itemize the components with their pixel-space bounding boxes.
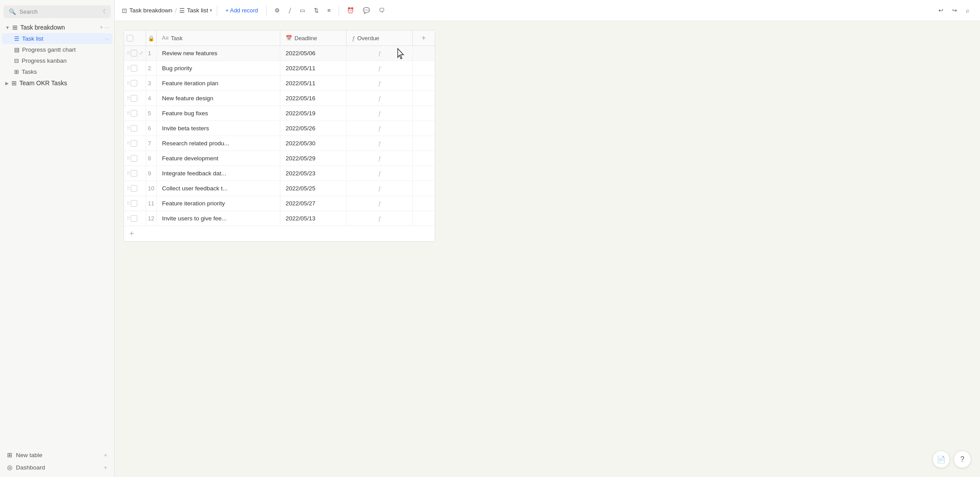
row-task-cell[interactable]: Collect user feedback t...	[157, 181, 280, 196]
row-checkbox-6[interactable]	[131, 125, 137, 132]
drag-handle-icon[interactable]: ⠿	[127, 66, 130, 71]
add-dashboard-button[interactable]: +	[104, 464, 107, 471]
undo-icon: ↩	[939, 7, 943, 14]
group-button[interactable]: ▭	[296, 5, 309, 15]
drag-handle-icon[interactable]: ⠿	[127, 171, 130, 176]
row-overdue-value: ƒ	[378, 200, 381, 207]
column-label-overdue: Overdue	[357, 35, 379, 42]
row-task-cell[interactable]: Feature iteration plan	[157, 76, 280, 91]
sort-icon: ⇅	[314, 7, 319, 14]
row-overdue-cell: ƒ	[347, 61, 413, 76]
row-checkbox-3[interactable]	[131, 80, 137, 87]
table-container: 🔒 A≡ Task 📅 Deadline	[124, 30, 435, 242]
row-checkbox-8[interactable]	[131, 155, 137, 162]
row-check-cell: ⠿	[124, 76, 146, 91]
column-header-task[interactable]: A≡ Task	[157, 30, 280, 46]
column-header-lock: 🔒	[146, 30, 157, 46]
settings-button[interactable]: ⚙	[271, 5, 283, 15]
row-task-cell[interactable]: Feature development	[157, 151, 280, 166]
search-in-table-button[interactable]: ⌕	[962, 5, 973, 15]
row-overdue-cell: ƒ	[347, 106, 413, 121]
redo-button[interactable]: ↪	[949, 5, 961, 15]
sidebar-group-team-okr[interactable]: ▶ ⊞ Team OKR Tasks	[2, 77, 113, 89]
drag-handle-icon[interactable]: ⠿	[127, 216, 130, 221]
row-overdue-value: ƒ	[378, 50, 381, 57]
sidebar-item-new-table[interactable]: ⊞ New table +	[2, 449, 113, 461]
row-checkbox-10[interactable]	[131, 185, 137, 192]
column-header-add[interactable]: +	[413, 30, 435, 46]
grid-icon: ⊞	[12, 24, 18, 31]
document-button[interactable]: 📄	[932, 450, 950, 468]
row-task-cell[interactable]: Feature bug fixes	[157, 106, 280, 121]
undo-button[interactable]: ↩	[935, 5, 947, 15]
table-row: ⠿ ⤢ 1 Review new features 2022/05/06 ƒ	[124, 46, 435, 61]
row-num-cell: 12	[146, 211, 157, 226]
reminder-button[interactable]: ⏰	[343, 5, 358, 15]
add-new-table-button[interactable]: +	[104, 452, 107, 458]
row-task-cell[interactable]: Invite beta testers	[157, 121, 280, 136]
row-task-cell[interactable]: Bug priority	[157, 61, 280, 76]
drag-handle-icon[interactable]: ⠿	[127, 96, 130, 101]
drag-handle-icon[interactable]: ⠿	[127, 81, 130, 86]
breadcrumb-task-breakdown[interactable]: ⊡ Task breakdown	[122, 7, 173, 14]
row-task-cell[interactable]: Integrate feedback dat...	[157, 166, 280, 181]
reminder-icon: ⏰	[347, 7, 354, 14]
row-checkbox-12[interactable]	[131, 215, 137, 222]
help-button[interactable]: ?	[954, 450, 971, 468]
more-options-button[interactable]: ···	[105, 24, 109, 30]
sidebar-group-task-breakdown[interactable]: ▼ ⊞ Task breakdown + ···	[2, 22, 113, 33]
row-checkbox-5[interactable]	[131, 110, 137, 117]
column-header-overdue[interactable]: ƒ Overdue	[347, 30, 413, 46]
column-header-check	[124, 30, 146, 46]
row-checkbox-2[interactable]	[131, 65, 137, 72]
sidebar-item-dashboard[interactable]: ◎ Dashboard +	[2, 461, 113, 473]
row-checkbox-11[interactable]	[131, 200, 137, 207]
sidebar-item-progress-gantt[interactable]: ▤ Progress gantt chart	[2, 44, 113, 55]
sidebar-item-more-task-list[interactable]: ···	[105, 36, 109, 42]
topbar-divider-1	[217, 5, 217, 16]
fields-button[interactable]: ≡	[324, 5, 335, 15]
drag-handle-icon[interactable]: ⠿	[127, 141, 130, 146]
add-row-icon: +	[129, 229, 134, 238]
drag-handle-icon[interactable]: ⠿	[127, 156, 130, 161]
row-deadline-cell: 2022/05/29	[280, 151, 347, 166]
drag-handle-icon[interactable]: ⠿	[127, 111, 130, 116]
row-checkbox-1[interactable]	[131, 50, 137, 57]
sidebar-item-label-tasks: Tasks	[22, 68, 109, 75]
sidebar-item-task-list[interactable]: ☰ Task list ···	[2, 33, 113, 44]
add-group-button[interactable]: +	[100, 24, 103, 30]
row-checkbox-9[interactable]	[131, 170, 137, 177]
row-num-cell: 4	[146, 91, 157, 106]
sidebar-item-progress-kanban[interactable]: ⊟ Progress kanban	[2, 55, 113, 66]
sort-button[interactable]: ⇅	[310, 5, 322, 15]
drag-handle-icon[interactable]: ⠿	[127, 51, 130, 56]
drag-handle-icon[interactable]: ⠿	[127, 201, 130, 206]
select-all-checkbox[interactable]	[127, 35, 133, 42]
breadcrumb-dropdown-button[interactable]: ▾	[210, 8, 212, 13]
drag-handle-icon[interactable]: ⠿	[127, 126, 130, 131]
add-record-button[interactable]: + Add record	[222, 5, 261, 15]
comment-button[interactable]: 💬	[359, 5, 373, 15]
row-checkbox-4[interactable]	[131, 95, 137, 102]
row-task-cell[interactable]: Research related produ...	[157, 136, 280, 151]
row-task-name: Feature iteration priority	[162, 200, 225, 207]
row-task-cell[interactable]: Invite users to give fee...	[157, 211, 280, 226]
collapse-sidebar-button[interactable]: 《	[100, 8, 106, 15]
sidebar-search[interactable]: 🔍 Search 《	[4, 5, 111, 18]
row-checkbox-7[interactable]	[131, 140, 137, 147]
add-row-button[interactable]: +	[129, 230, 134, 238]
breadcrumb-task-list[interactable]: ☰ Task list ▾	[179, 7, 212, 14]
sidebar-item-tasks[interactable]: ⊞ Tasks	[2, 66, 113, 77]
drag-handle-icon[interactable]: ⠿	[127, 186, 130, 191]
expand-icon[interactable]: ⤢	[139, 50, 143, 56]
row-task-name: Collect user feedback t...	[162, 185, 228, 192]
row-task-cell[interactable]: Review new features	[157, 46, 280, 61]
column-header-deadline[interactable]: 📅 Deadline	[280, 30, 347, 46]
row-deadline-value: 2022/05/19	[286, 110, 316, 117]
row-task-name: Feature development	[162, 155, 219, 162]
row-task-cell[interactable]: New feature design	[157, 91, 280, 106]
row-check-cell: ⠿	[124, 106, 146, 121]
filter-button[interactable]: ⧸	[285, 5, 294, 16]
row-task-cell[interactable]: Feature iteration priority	[157, 196, 280, 211]
message-button[interactable]: 🗨	[375, 5, 388, 15]
